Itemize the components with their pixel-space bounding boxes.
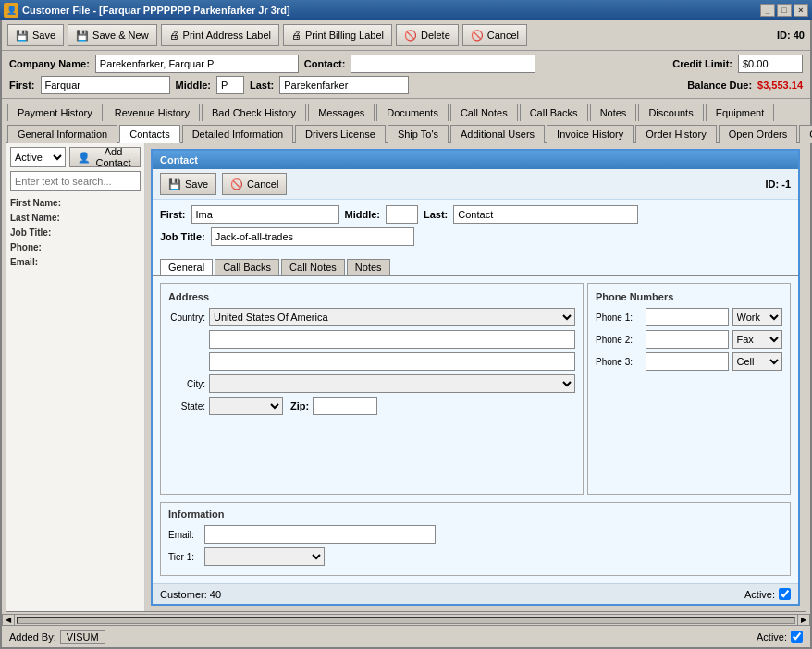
right-panel: Contact 💾 Save 🚫 Cancel ID: -1 <box>145 143 806 611</box>
tab-detailed-info[interactable]: Detailed Information <box>182 125 293 143</box>
tab-call-backs[interactable]: Call Backs <box>520 104 588 121</box>
save-new-button[interactable]: 💾 Save & New <box>68 24 157 46</box>
balance-due-value: $3,553.14 <box>757 80 803 91</box>
close-button[interactable]: × <box>794 4 808 17</box>
contact-cancel-button[interactable]: 🚫 Cancel <box>222 173 287 195</box>
tab-drivers-license[interactable]: Drivers License <box>295 125 386 143</box>
email-row: Email: <box>168 525 782 544</box>
add-contact-icon: 👤 <box>78 152 91 164</box>
tabs-row2: General Information Contacts Detailed In… <box>2 120 810 142</box>
window-controls[interactable]: _ □ × <box>760 4 808 17</box>
country-select[interactable]: United States Of America Canada Mexico <box>209 308 575 326</box>
contact-list: First Name: Last Name: Job Title: Phone:… <box>10 195 141 607</box>
contact-middle-input[interactable] <box>386 205 418 224</box>
middle-input[interactable] <box>216 76 244 94</box>
contact-phone-field: Phone: <box>10 239 141 254</box>
tab-open-orders[interactable]: Open Orders <box>719 125 798 143</box>
status-filter[interactable]: Active Inactive All <box>10 147 66 167</box>
contact-middle-label: Middle: <box>345 209 381 220</box>
state-select[interactable] <box>209 397 283 415</box>
tier1-row: Tier 1: <box>168 547 782 566</box>
save-button[interactable]: 💾 Save <box>7 24 64 46</box>
tab-revenue-history[interactable]: Revenue History <box>105 104 200 121</box>
contact-first-input[interactable] <box>191 205 339 224</box>
email-input[interactable] <box>204 525 436 544</box>
contact-save-button[interactable]: 💾 Save <box>160 173 216 195</box>
phone1-row: Phone 1: Work Fax Cell Home <box>596 308 782 326</box>
address1-input[interactable] <box>209 330 575 349</box>
cancel-button[interactable]: 🚫 Cancel <box>462 24 527 46</box>
phone2-input[interactable] <box>646 330 729 349</box>
tier1-label: Tier 1: <box>168 552 201 562</box>
zip-input[interactable] <box>313 397 377 415</box>
tab-documents[interactable]: Documents <box>376 104 449 121</box>
last-input[interactable] <box>279 76 409 94</box>
active-checkbox[interactable] <box>779 588 791 600</box>
contact-last-label: Last: <box>424 209 448 220</box>
inner-tab-notes[interactable]: Notes <box>347 259 390 275</box>
tab-order-history[interactable]: Order History <box>635 125 716 143</box>
tab-row-1: Payment History Revenue History Bad Chec… <box>7 99 805 120</box>
tab-messages[interactable]: Messages <box>308 104 375 121</box>
address-title: Address <box>168 291 575 302</box>
phone1-input[interactable] <box>646 308 729 326</box>
tab-payment-history[interactable]: Payment History <box>7 104 103 121</box>
inner-tab-callnotes[interactable]: Call Notes <box>281 259 345 275</box>
address2-input[interactable] <box>209 352 575 371</box>
contact-save-icon: 💾 <box>168 178 181 190</box>
city-label: City: <box>168 379 205 389</box>
middle-label: Middle: <box>176 80 212 91</box>
tab-notes[interactable]: Notes <box>590 104 637 121</box>
phone3-input[interactable] <box>646 352 729 371</box>
contact-toolbar: 💾 Save 🚫 Cancel ID: -1 <box>153 169 798 200</box>
address2-row <box>168 352 575 371</box>
minimize-button[interactable]: _ <box>760 4 775 17</box>
print-billing-button[interactable]: 🖨 Print Billing Label <box>283 24 392 46</box>
tab-bad-check-history[interactable]: Bad Check History <box>202 104 306 121</box>
information-section: Information Email: Tier 1: <box>160 502 791 576</box>
company-input[interactable] <box>95 55 299 73</box>
phone-title: Phone Numbers <box>596 291 782 302</box>
status-bar: Added By: VISUM Active: <box>2 625 810 647</box>
contact-last-name-field: Last Name: <box>10 210 141 225</box>
inner-tab-callbacks[interactable]: Call Backs <box>215 259 279 275</box>
phone1-type-select[interactable]: Work Fax Cell Home <box>732 308 782 326</box>
city-select[interactable] <box>209 374 575 393</box>
tab-additional-users[interactable]: Additional Users <box>450 125 545 143</box>
contact-input[interactable] <box>351 55 535 73</box>
tab-row-2: General Information Contacts Detailed In… <box>7 120 805 142</box>
phone3-type-select[interactable]: Cell Work Fax Home <box>732 352 782 371</box>
information-title: Information <box>168 508 782 520</box>
tab-ship-tos[interactable]: Ship To's <box>388 125 449 143</box>
added-by-value: VISUM <box>60 630 105 644</box>
maximize-button[interactable]: □ <box>777 4 792 17</box>
contact-search-input[interactable] <box>10 171 141 191</box>
phone2-type-select[interactable]: Fax Work Cell Home <box>732 330 782 349</box>
tier1-select[interactable] <box>204 547 325 566</box>
contact-label: Contact: <box>304 58 346 69</box>
scrollbar-track[interactable] <box>17 617 795 624</box>
tab-contacts[interactable]: Contacts <box>119 125 179 143</box>
phone2-row: Phone 2: Fax Work Cell Home <box>596 330 782 349</box>
tab-call-notes[interactable]: Call Notes <box>450 104 518 121</box>
tab-discounts[interactable]: Discounts <box>638 104 703 121</box>
status-active-checkbox[interactable] <box>791 631 803 643</box>
tab-general-info[interactable]: General Information <box>7 125 117 143</box>
tab-equipment[interactable]: Equipment <box>706 104 775 121</box>
print-address-button[interactable]: 🖨 Print Address Label <box>161 24 279 46</box>
inner-tab-general[interactable]: General <box>160 259 213 275</box>
contact-jobtitle-row: Job Title: <box>160 227 791 246</box>
contact-jobtitle-input[interactable] <box>211 227 414 246</box>
active-label: Active: <box>744 589 775 600</box>
country-row: Country: United States Of America Canada… <box>168 308 575 326</box>
save-new-icon: 💾 <box>76 30 89 42</box>
phone2-label: Phone 2: <box>596 335 642 345</box>
credit-limit-input[interactable] <box>738 55 803 73</box>
tab-credit-history[interactable]: Credit History <box>799 125 812 143</box>
tab-invoice-history[interactable]: Invoice History <box>547 125 634 143</box>
add-contact-button[interactable]: 👤 Add Contact <box>69 147 141 167</box>
delete-button[interactable]: 🚫 Delete <box>396 24 459 46</box>
first-input[interactable] <box>41 76 170 94</box>
contact-id: ID: -1 <box>766 178 792 190</box>
contact-last-input[interactable] <box>453 205 638 224</box>
